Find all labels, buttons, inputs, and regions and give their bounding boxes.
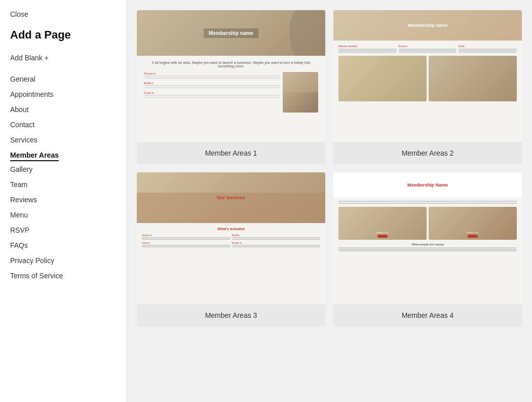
preview-4-desc-line2 [338,203,517,204]
sidebar-link-reviews[interactable]: Reviews [10,193,116,207]
sidebar-item-reviews[interactable]: Reviews [10,193,116,207]
sidebar-item-services[interactable]: Services [10,133,116,147]
preview-2-b2-line1 [399,49,457,50]
sidebar-link-general[interactable]: General [10,72,116,86]
preview-2-benefits: Member benefits Dreams [338,45,517,53]
preview-3-grid-item-3: Grow it. [142,241,231,247]
preview-2-b3-line3 [459,52,517,53]
template-label-1: Member Areas 1 [137,142,325,164]
sidebar-item-about[interactable]: About [10,102,116,117]
preview-4-hero: Membership Name [333,172,522,198]
preview-1-item-1: Dream it. [144,72,280,80]
preview-2-b3-line2 [459,50,517,51]
preview-2-b2-line3 [399,52,457,53]
preview-2-benefit-1-lines [338,49,397,53]
sidebar: Close Add a Page Add Blank + GeneralAppo… [0,0,127,402]
preview-3-grid-item-2: Build it. [232,234,321,240]
preview-2-benefit-2-title: Dreams [399,45,457,48]
sidebar-link-privacy-policy[interactable]: Privacy Policy [10,253,116,268]
template-card-1[interactable]: Membership name It all begins with an id… [137,10,325,164]
preview-3-hero: Our Services [137,172,325,223]
sidebar-item-contact[interactable]: Contact [10,118,116,132]
preview-2-hero: Membership name [333,10,522,41]
main-content: Membership name It all begins with an id… [127,0,532,402]
preview-1-hero: Membership name [137,10,325,56]
sidebar-link-menu[interactable]: Menu [10,208,116,222]
sidebar-link-member-areas[interactable]: Member Areas [10,148,59,161]
sidebar-item-team[interactable]: Team [10,177,116,192]
template-preview-2: Membership name Member benefits [333,10,522,142]
preview-4-testimonial-lines [338,247,517,251]
preview-2-b1-line3 [338,52,397,53]
sidebar-link-team[interactable]: Team [10,177,116,192]
preview-1-item-2-desc [144,85,280,86]
preview-2-benefit-1: Member benefits [338,45,397,53]
template-label-3: Member Areas 3 [137,304,325,326]
preview-1-tagline: It all begins with an idea. Maybe you wa… [144,61,318,68]
sidebar-link-contact[interactable]: Contact [10,118,116,132]
sidebar-item-general[interactable]: General [10,72,116,86]
preview-1-item-1-title: Dream it. [144,72,280,75]
sidebar-link-appointments[interactable]: Appointments [10,87,116,101]
template-card-3[interactable]: Our Services What's Included Dream it. B… [137,172,325,326]
preview-1-hero-text: Membership name [204,28,258,38]
preview-4-t-line2 [338,249,517,250]
preview-4-testimonial-title: What people are saying [338,243,517,246]
preview-3-gi-1-title: Dream it. [142,234,231,237]
preview-3-grid: Dream it. Build it. Grow it. [142,234,320,247]
page-nav: GeneralAppointmentsAboutContactServicesM… [10,72,116,284]
preview-2-benefit-1-title: Member benefits [338,45,397,48]
preview-3-section-title: What's Included [142,227,320,231]
sidebar-item-member-areas[interactable]: Member Areas [10,148,116,161]
preview-4-body: Member One Member Two What people are sa… [333,198,522,304]
close-button[interactable]: Close [10,10,116,18]
preview-3-gi-1-line2 [142,239,231,240]
sidebar-link-services[interactable]: Services [10,133,116,147]
preview-4-desc [338,201,517,204]
template-label-2: Member Areas 2 [333,142,522,164]
preview-1-item-3: Grow it. [144,91,280,99]
preview-2-b2-line2 [399,50,457,51]
preview-1-item-3-title: Grow it. [144,91,280,94]
preview-1-item-1-desc [144,76,280,77]
sidebar-link-rsvp[interactable]: RSVP [10,223,116,237]
preview-1-item-3-desc [144,95,280,96]
sidebar-link-gallery[interactable]: Gallery [10,162,116,176]
preview-2-b1-line2 [338,50,397,51]
preview-3-gi-3-line2 [142,246,231,247]
template-card-2[interactable]: Membership name Member benefits [333,10,522,164]
preview-3-gi-4-line1 [232,245,321,246]
sidebar-item-menu[interactable]: Menu [10,208,116,222]
sidebar-item-faqs[interactable]: FAQs [10,238,116,252]
sidebar-link-faqs[interactable]: FAQs [10,238,116,252]
preview-3-gi-4-line2 [232,246,321,247]
preview-2-photo-2 [429,56,517,101]
preview-2-benefit-2-lines [399,49,457,53]
preview-4-t-line3 [338,250,517,251]
preview-4-photos: Member One Member Two [338,207,517,240]
sidebar-item-appointments[interactable]: Appointments [10,87,116,101]
sidebar-item-rsvp[interactable]: RSVP [10,223,116,237]
preview-2-benefit-3-lines [459,49,517,53]
preview-1-item-2: Build it. [144,82,280,89]
sidebar-item-terms-of-service[interactable]: Terms of Service [10,269,116,283]
template-card-4[interactable]: Membership Name Member One Member Two [333,172,522,326]
preview-3-grid-item-1: Dream it. [142,234,231,240]
preview-3-gi-3-line1 [142,245,231,246]
preview-1-items-left: Dream it. Build it. Grow it. [144,72,280,113]
template-label-4: Member Areas 4 [333,304,522,326]
template-preview-4: Membership Name Member One Member Two [333,172,522,304]
preview-4-t-line1 [338,247,517,248]
preview-3-gi-1-line1 [142,237,231,238]
sidebar-item-gallery[interactable]: Gallery [10,162,116,176]
sidebar-link-about[interactable]: About [10,102,116,117]
preview-2-benefit-2: Dreams [399,45,457,53]
add-blank-button[interactable]: Add Blank + [10,54,116,62]
preview-3-gi-3-title: Grow it. [142,241,231,244]
preview-3-hero-text: Our Services [217,195,245,200]
preview-1-body: It all begins with an idea. Maybe you wa… [137,56,325,142]
sidebar-link-terms-of-service[interactable]: Terms of Service [10,269,116,283]
preview-1-item-2-title: Build it. [144,82,280,85]
sidebar-item-privacy-policy[interactable]: Privacy Policy [10,253,116,268]
preview-4-photo-2-name: Member Two [467,231,478,234]
